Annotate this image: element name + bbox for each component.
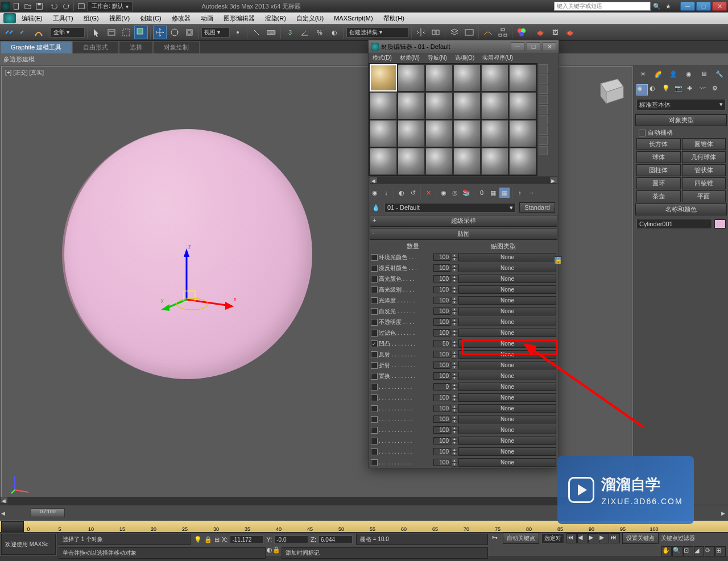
coord-system-dropdown[interactable]: 视图 ▾ bbox=[201, 27, 230, 38]
backlight-icon[interactable] bbox=[539, 74, 548, 84]
spinner-up[interactable]: ▲ bbox=[452, 448, 457, 452]
put-to-lib-icon[interactable]: 📚 bbox=[461, 188, 471, 198]
mat-menu-options[interactable]: 选项(O) bbox=[453, 53, 476, 63]
get-material-icon[interactable]: ◉ bbox=[370, 188, 380, 198]
spinner-up[interactable]: ▲ bbox=[452, 459, 457, 463]
map-slot-button[interactable]: None bbox=[458, 253, 556, 261]
map-slot-button[interactable]: None bbox=[458, 383, 556, 391]
timeline-next-icon[interactable]: ► bbox=[720, 510, 728, 517]
put-to-scene-icon[interactable]: ↓ bbox=[381, 188, 391, 198]
save-icon[interactable] bbox=[34, 2, 44, 11]
reset-map-icon[interactable]: ↺ bbox=[408, 188, 418, 198]
auto-key-button[interactable]: 自动关键点 bbox=[503, 533, 539, 544]
map-enable-checkbox[interactable] bbox=[371, 340, 378, 347]
add-time-tag[interactable]: 添加时间标记 bbox=[282, 547, 489, 559]
create-tab-icon[interactable]: ✳ bbox=[636, 67, 650, 81]
material-name-dropdown[interactable]: 01 - Default▾ bbox=[384, 203, 516, 213]
mat-effects-icon[interactable]: 0 bbox=[477, 188, 487, 198]
spinner-up[interactable]: ▲ bbox=[452, 329, 457, 333]
systems-icon[interactable]: ⚙ bbox=[712, 84, 723, 95]
mat-id-icon[interactable] bbox=[539, 146, 548, 155]
link-icon[interactable] bbox=[2, 26, 16, 39]
map-slot-button[interactable]: None bbox=[458, 426, 556, 434]
map-slot-button[interactable]: None bbox=[458, 372, 556, 380]
map-amount-input[interactable]: 100 bbox=[433, 329, 450, 336]
spinner-down[interactable]: ▼ bbox=[452, 279, 457, 283]
menu-render[interactable]: 渲染(R) bbox=[260, 13, 291, 24]
zoom-icon[interactable]: 🔍 bbox=[672, 546, 682, 556]
spinner-up[interactable]: ▲ bbox=[452, 297, 457, 301]
map-slot-button[interactable]: None bbox=[458, 447, 556, 456]
lock-icon[interactable]: 💡 bbox=[194, 536, 202, 543]
key-filters-label[interactable]: 关键点过滤器 bbox=[661, 534, 695, 542]
spinner-down[interactable]: ▼ bbox=[452, 409, 457, 413]
maps-rollup[interactable]: -贴图 bbox=[370, 228, 557, 240]
assign-to-sel-icon[interactable]: ◐ bbox=[396, 188, 407, 198]
pan-icon[interactable]: ✋ bbox=[661, 546, 672, 556]
spinner-up[interactable]: ▲ bbox=[452, 394, 457, 398]
viewport-label[interactable]: [+] [正交] [真实] bbox=[5, 69, 44, 77]
dialog-minimize-button[interactable]: ─ bbox=[511, 42, 524, 51]
spinner-down[interactable]: ▼ bbox=[452, 290, 457, 294]
map-enable-checkbox[interactable] bbox=[371, 297, 378, 304]
mat-menu-utilities[interactable]: 实用程序(U) bbox=[481, 53, 515, 63]
map-enable-checkbox[interactable] bbox=[371, 373, 378, 380]
curve-editor-icon[interactable] bbox=[481, 26, 495, 39]
map-enable-checkbox[interactable] bbox=[371, 459, 378, 466]
display-tab-icon[interactable]: 🖥 bbox=[697, 67, 710, 81]
material-slot[interactable] bbox=[453, 120, 481, 147]
orbit-icon[interactable]: ⟳ bbox=[705, 546, 715, 556]
material-slot[interactable] bbox=[481, 120, 508, 147]
map-enable-checkbox[interactable] bbox=[371, 405, 378, 412]
background-icon[interactable] bbox=[539, 85, 548, 94]
material-slot[interactable] bbox=[509, 120, 536, 147]
rotate-icon[interactable] bbox=[168, 26, 181, 39]
dialog-maximize-button[interactable]: □ bbox=[527, 42, 540, 51]
material-slot[interactable] bbox=[453, 148, 481, 175]
material-slot[interactable] bbox=[481, 64, 508, 92]
spinner-up[interactable]: ▲ bbox=[452, 383, 457, 387]
script-listener[interactable]: 欢迎使用 MAXSc bbox=[1, 534, 56, 555]
map-amount-input[interactable]: 100 bbox=[433, 275, 450, 282]
map-amount-input[interactable]: 100 bbox=[433, 297, 450, 304]
box-button[interactable]: 长方体 bbox=[636, 138, 681, 150]
new-icon[interactable] bbox=[11, 2, 22, 11]
set-key-button[interactable]: 设置关键点 bbox=[622, 533, 659, 544]
spinner-down[interactable]: ▼ bbox=[452, 398, 457, 402]
maximize-button[interactable]: □ bbox=[696, 2, 711, 11]
spinner-down[interactable]: ▼ bbox=[452, 333, 457, 337]
map-enable-checkbox[interactable] bbox=[371, 265, 378, 272]
map-enable-checkbox[interactable] bbox=[371, 308, 378, 315]
material-slot[interactable] bbox=[481, 92, 508, 119]
shapes-icon[interactable]: ◐ bbox=[649, 84, 660, 95]
mirror-icon[interactable] bbox=[414, 26, 428, 39]
teapot-button[interactable]: 茶壶 bbox=[636, 190, 681, 202]
menu-animation[interactable]: 动画 bbox=[196, 13, 218, 24]
select-icon[interactable] bbox=[90, 26, 104, 39]
spinner-down[interactable]: ▼ bbox=[452, 376, 457, 380]
map-slot-button[interactable]: None bbox=[458, 307, 556, 315]
mat-menu-modes[interactable]: 模式(D) bbox=[371, 53, 394, 63]
utilities-tab-icon[interactable]: 🔧 bbox=[713, 67, 726, 81]
ribbon-panel-label[interactable]: 多边形建模 bbox=[3, 55, 35, 64]
map-amount-input[interactable]: 100 bbox=[433, 426, 450, 434]
spinner-down[interactable]: ▼ bbox=[452, 322, 457, 326]
map-amount-input[interactable]: 100 bbox=[433, 286, 450, 293]
slots-hscroll[interactable]: ◄ ► bbox=[370, 176, 557, 184]
goto-end-icon[interactable]: ⏭ bbox=[610, 533, 620, 543]
percent-snap-icon[interactable]: % bbox=[313, 26, 326, 39]
favorite-icon[interactable]: ★ bbox=[663, 2, 673, 11]
delete-icon[interactable]: ✕ bbox=[423, 188, 433, 198]
max-logo-icon[interactable] bbox=[3, 13, 16, 23]
map-slot-button[interactable]: None bbox=[458, 264, 556, 272]
spinner-down[interactable]: ▼ bbox=[452, 365, 457, 369]
map-amount-input[interactable]: 100 bbox=[433, 351, 450, 358]
spinner-down[interactable]: ▼ bbox=[452, 452, 457, 456]
tab-graphite[interactable]: Graphite 建模工具 bbox=[0, 41, 72, 53]
show-map-icon[interactable]: ▦ bbox=[488, 188, 498, 198]
window-crossing-icon[interactable] bbox=[134, 26, 148, 39]
map-slot-button[interactable]: None bbox=[458, 318, 556, 326]
map-enable-checkbox[interactable] bbox=[371, 448, 378, 455]
map-slot-button[interactable]: None bbox=[458, 350, 556, 359]
map-slot-button[interactable]: None bbox=[458, 285, 556, 294]
